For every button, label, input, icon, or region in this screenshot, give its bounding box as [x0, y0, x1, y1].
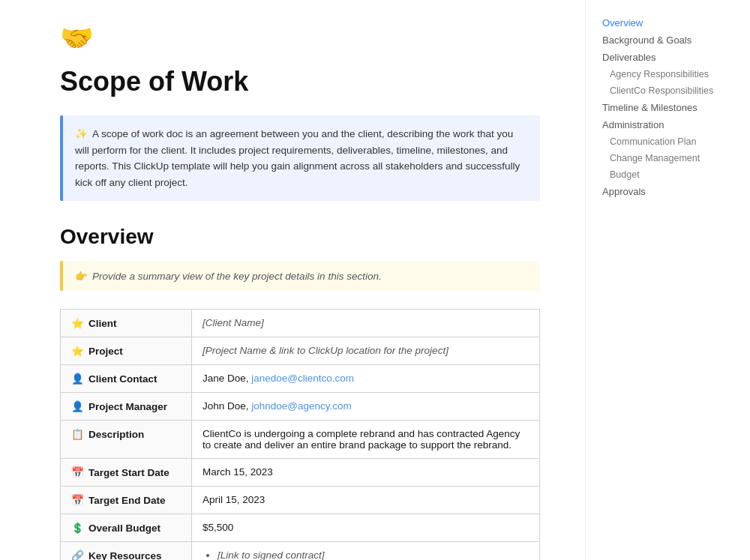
- row-icon: 📅: [71, 467, 84, 478]
- sidebar-link[interactable]: Timeline & Milestones: [598, 100, 738, 115]
- sidebar-link[interactable]: Change Management: [598, 151, 738, 166]
- sidebar-item[interactable]: Administration: [598, 117, 738, 133]
- tip-banner: 👉Provide a summary view of the key proje…: [60, 261, 540, 291]
- row-icon: ⭐: [71, 346, 84, 357]
- table-row: ⭐Client[Client Name]: [61, 310, 540, 337]
- sidebar-link[interactable]: Agency Responsibilities: [598, 67, 738, 82]
- row-icon: 👤: [71, 373, 84, 385]
- tip-text: Provide a summary view of the key projec…: [92, 271, 382, 282]
- contact-email[interactable]: janedoe@clientco.com: [251, 373, 354, 384]
- table-cell-label: 📅Target Start Date: [61, 459, 192, 487]
- table-cell-label: 🔗Key Resources: [61, 542, 192, 560]
- table-row: 🔗Key Resources[Link to signed contract][…: [61, 542, 540, 560]
- row-icon: ⭐: [71, 318, 84, 329]
- table-cell-value: [Project Name & link to ClickUp location…: [192, 337, 540, 365]
- sidebar-item[interactable]: Deliverables: [598, 49, 738, 65]
- info-banner-text: A scope of work doc is an agreement betw…: [75, 128, 520, 188]
- sidebar-sub-item[interactable]: Change Management: [598, 151, 738, 166]
- table-cell-value: [Link to signed contract][Link to ClickU…: [192, 542, 540, 560]
- table-cell-label: 📅Target End Date: [61, 487, 192, 514]
- sidebar-item[interactable]: Timeline & Milestones: [598, 100, 738, 115]
- info-banner: ✨A scope of work doc is an agreement bet…: [60, 115, 540, 201]
- sidebar-link[interactable]: Administration: [598, 117, 738, 133]
- sidebar-item[interactable]: Approvals: [598, 184, 738, 199]
- table-cell-value: April 15, 2023: [192, 487, 540, 514]
- sidebar-item[interactable]: Overview: [598, 15, 738, 31]
- table-row: 👤Project ManagerJohn Doe, johndoe@agency…: [61, 393, 540, 421]
- table-cell-value: March 15, 2023: [192, 459, 540, 487]
- table-cell-value: ClientCo is undergoing a complete rebran…: [192, 421, 540, 459]
- table-cell-label: ⭐Client: [61, 310, 192, 337]
- sidebar-link[interactable]: Deliverables: [598, 49, 738, 65]
- sidebar-item[interactable]: Background & Goals: [598, 32, 738, 48]
- sidebar-link[interactable]: Budget: [598, 167, 738, 182]
- row-icon: 📋: [71, 429, 84, 440]
- page-title: Scope of Work: [60, 66, 540, 97]
- sidebar-link[interactable]: Overview: [598, 15, 738, 31]
- table-cell-value[interactable]: Jane Doe, janedoe@clientco.com: [192, 365, 540, 393]
- table-row: 📅Target End DateApril 15, 2023: [61, 487, 540, 514]
- table-cell-label: 💲Overall Budget: [61, 514, 192, 542]
- row-icon: 💲: [71, 523, 84, 534]
- table-cell-value[interactable]: John Doe, johndoe@agency.com: [192, 393, 540, 421]
- sidebar-link[interactable]: ClientCo Responsibilities: [598, 83, 738, 98]
- sidebar-sub-item[interactable]: Agency Responsibilities: [598, 67, 738, 82]
- row-icon: 📅: [71, 495, 84, 506]
- table-row: 👤Client ContactJane Doe, janedoe@clientc…: [61, 365, 540, 393]
- sidebar-nav: OverviewBackground & GoalsDeliverablesAg…: [598, 15, 738, 199]
- main-content: 🤝 Scope of Work ✨A scope of work doc is …: [0, 0, 570, 560]
- contact-name: Jane Doe,: [202, 373, 251, 384]
- row-icon: 👤: [71, 401, 84, 412]
- overview-title: Overview: [60, 225, 540, 249]
- sidebar-sub-item[interactable]: Communication Plan: [598, 134, 738, 149]
- table-cell-value: [Client Name]: [192, 310, 540, 337]
- contact-name: John Doe,: [202, 400, 251, 412]
- contact-email[interactable]: johndoe@agency.com: [251, 400, 352, 412]
- table-cell-label: 👤Client Contact: [61, 365, 192, 393]
- sidebar-link[interactable]: Approvals: [598, 184, 738, 199]
- sidebar-link[interactable]: Background & Goals: [598, 32, 738, 48]
- sidebar-sub-item[interactable]: Budget: [598, 167, 738, 182]
- sidebar: OverviewBackground & GoalsDeliverablesAg…: [585, 0, 750, 560]
- table-row: 💲Overall Budget$5,500: [61, 514, 540, 542]
- table-cell-label: 👤Project Manager: [61, 393, 192, 421]
- table-row: 📅Target Start DateMarch 15, 2023: [61, 459, 540, 487]
- row-icon: 🔗: [71, 550, 84, 560]
- logo-emoji: 🤝: [60, 22, 540, 54]
- list-item: [Link to signed contract]: [218, 550, 529, 560]
- sidebar-sub-item[interactable]: ClientCo Responsibilities: [598, 83, 738, 98]
- point-icon: 👉: [75, 271, 88, 282]
- table-cell-label: ⭐Project: [61, 337, 192, 365]
- sparkle-icon: ✨: [75, 128, 88, 139]
- sidebar-link[interactable]: Communication Plan: [598, 134, 738, 149]
- table-row: ⭐Project[Project Name & link to ClickUp …: [61, 337, 540, 365]
- table-row: 📋DescriptionClientCo is undergoing a com…: [61, 421, 540, 459]
- table-cell-value: $5,500: [192, 514, 540, 542]
- table-cell-label: 📋Description: [61, 421, 192, 459]
- overview-table: ⭐Client[Client Name]⭐Project[Project Nam…: [60, 309, 540, 560]
